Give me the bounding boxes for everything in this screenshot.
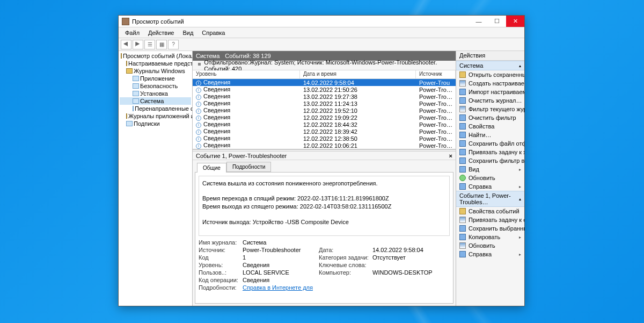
action-icon	[459, 251, 466, 257]
info-icon: i	[196, 137, 201, 142]
tree-item[interactable]: Перенаправленные соб	[120, 105, 191, 112]
table-row[interactable]: iСведения12.02.2022 18:44:32Power-Tro…	[193, 121, 456, 128]
info-icon: i	[196, 143, 201, 149]
tree-item[interactable]: Настраиваемые представ	[120, 60, 191, 67]
action-icon	[459, 123, 466, 130]
table-row[interactable]: iСведения12.02.2022 19:09:22Power-Tro…	[193, 114, 456, 121]
table-row[interactable]: iСведения12.02.2022 18:39:42Power-Tro…	[193, 128, 456, 135]
event-viewer-window: Просмотр событий — ☐ ✕ Файл Действие Вид…	[118, 15, 525, 306]
maximize-button[interactable]: ☐	[488, 16, 506, 27]
log-name: Система	[196, 53, 219, 59]
table-row[interactable]: iСведения12.02.2022 10:06:21Power-Tro…	[193, 142, 456, 149]
action-item[interactable]: Сохранить фильтр в н…	[456, 156, 524, 165]
actions-section-event[interactable]: Событие 1, Power-Troubles…▴	[456, 191, 524, 207]
menu-help[interactable]: Справка	[197, 28, 229, 37]
menu-file[interactable]: Файл	[121, 28, 144, 37]
action-icon	[459, 80, 466, 87]
action-item[interactable]: Обновить	[456, 174, 524, 182]
detail-message: Система вышла из состояния пониженного э…	[199, 176, 450, 236]
info-icon: i	[196, 116, 201, 121]
action-item[interactable]: Импорт настраиваемо…	[456, 88, 524, 96]
grid-header[interactable]: Уровень Дата и время Источник	[193, 70, 456, 79]
action-item[interactable]: Фильтр текущего жур…	[456, 105, 524, 113]
actions-pane: Действия Система▴ Открыть сохраненный…Со…	[456, 51, 524, 306]
toolbar-button-3[interactable]: ☰	[144, 40, 155, 49]
event-count: Событий: 38 129	[225, 53, 270, 59]
menubar: Файл Действие Вид Справка	[119, 27, 524, 38]
action-icon	[459, 225, 466, 232]
toolbar-button-4[interactable]: ▦	[156, 40, 167, 49]
action-item[interactable]: Копировать▸	[456, 233, 524, 241]
actions-header: Действия	[456, 51, 524, 61]
info-icon: i	[196, 123, 201, 128]
col-date[interactable]: Дата и время	[300, 70, 416, 78]
forward-button[interactable]: ⯈	[133, 40, 143, 49]
action-icon	[459, 175, 466, 181]
actions-section-system[interactable]: Система▴	[456, 61, 524, 70]
tab-general[interactable]: Общие	[197, 163, 226, 173]
action-icon	[459, 114, 466, 121]
info-icon: i	[196, 81, 201, 86]
action-icon	[459, 132, 466, 138]
help-link[interactable]: Справка в Интернете для	[243, 284, 313, 291]
action-item[interactable]: Очистить фильтр	[456, 113, 524, 122]
info-icon: i	[196, 130, 201, 135]
table-row[interactable]: iСведения13.02.2022 21:50:26Power-Tro…	[193, 86, 456, 93]
tree-item[interactable]: Приложение	[120, 75, 191, 82]
action-icon	[459, 106, 466, 112]
tree-item[interactable]: Журналы Windows	[120, 67, 191, 75]
action-item[interactable]: Справка▸	[456, 182, 524, 191]
table-row[interactable]: iСведения13.02.2022 11:24:13Power-Tro…	[193, 100, 456, 107]
detail-props: Имя журнала:Система Источник:Power-Troub…	[199, 239, 450, 291]
action-item[interactable]: Свойства	[456, 122, 524, 131]
detail-tabs: Общие Подробности	[193, 160, 456, 172]
action-item[interactable]: Очистить журнал…	[456, 96, 524, 105]
action-icon	[459, 89, 466, 95]
action-item[interactable]: Сохранить файл отфи…	[456, 139, 524, 148]
action-item[interactable]: Привязать задачу к жу…	[456, 148, 524, 156]
grid-body[interactable]: iСведения14.02.2022 9:58:04Power-TrouiСв…	[193, 79, 456, 149]
menu-view[interactable]: Вид	[178, 28, 197, 37]
action-item[interactable]: Привязать задачу к со…	[456, 216, 524, 224]
action-item[interactable]: Сохранить выбранные…	[456, 224, 524, 233]
close-button[interactable]: ✕	[506, 16, 524, 27]
back-button[interactable]: ⯇	[121, 40, 131, 49]
col-source[interactable]: Источник	[416, 70, 456, 78]
toolbar: ⯇ ⯈ ☰ ▦ ?	[119, 38, 524, 51]
tree-item[interactable]: Безопасность	[120, 82, 191, 90]
titlebar[interactable]: Просмотр событий — ☐ ✕	[119, 16, 524, 27]
menu-action[interactable]: Действие	[144, 28, 178, 37]
action-icon	[459, 183, 466, 190]
action-item[interactable]: Найти…	[456, 131, 524, 139]
tree-root[interactable]: Просмотр событий (Локальн	[120, 52, 191, 60]
tree-item[interactable]: Подписки	[120, 120, 191, 127]
tree-item[interactable]: Установка	[120, 90, 191, 97]
info-icon: i	[196, 109, 201, 114]
col-level[interactable]: Уровень	[193, 70, 300, 78]
detail-title-bar: Событие 1, Power-Troubleshooter ×	[193, 152, 456, 160]
minimize-button[interactable]: —	[470, 16, 488, 27]
action-icon	[459, 166, 466, 173]
tree-pane[interactable]: Просмотр событий (Локальн Настраиваемые …	[119, 51, 193, 306]
action-item[interactable]: Вид▸	[456, 165, 524, 174]
action-item[interactable]: Свойства событий	[456, 207, 524, 216]
action-icon	[459, 149, 466, 155]
tree-item[interactable]: Журналы приложений и сл	[120, 112, 191, 120]
action-icon	[459, 97, 466, 104]
action-icon	[459, 208, 466, 214]
action-item[interactable]: Обновить	[456, 241, 524, 250]
action-item[interactable]: Создать настраиваемо…	[456, 79, 524, 88]
help-button[interactable]: ?	[168, 40, 179, 49]
action-icon	[459, 217, 466, 223]
action-item[interactable]: Справка▸	[456, 250, 524, 259]
table-row[interactable]: iСведения12.02.2022 19:52:10Power-Tro…	[193, 107, 456, 114]
action-icon	[459, 71, 466, 78]
tab-details[interactable]: Подробности	[226, 162, 271, 172]
table-row[interactable]: iСведения14.02.2022 9:58:04Power-Trou	[193, 79, 456, 86]
tree-item-system[interactable]: Система	[120, 97, 191, 105]
detail-close-button[interactable]: ×	[449, 153, 452, 159]
action-icon	[459, 234, 466, 240]
table-row[interactable]: iСведения13.02.2022 19:27:38Power-Tro…	[193, 93, 456, 100]
table-row[interactable]: iСведения12.02.2022 12:38:50Power-Tro…	[193, 135, 456, 142]
action-item[interactable]: Открыть сохраненный…	[456, 70, 524, 79]
